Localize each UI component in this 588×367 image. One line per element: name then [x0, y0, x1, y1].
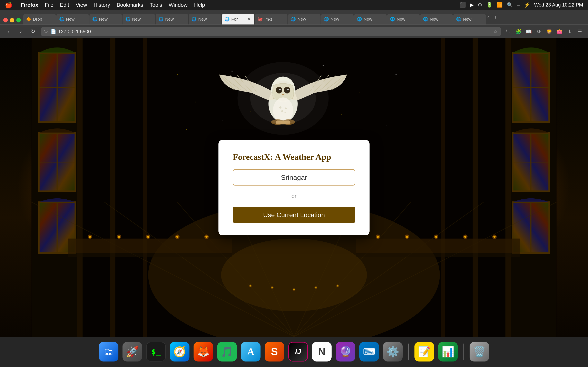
- tab-label: New: [99, 17, 119, 22]
- tab-favicon: 🌐: [291, 17, 296, 22]
- dock-separator: [408, 343, 409, 360]
- sublime-icon: S: [271, 346, 278, 358]
- dock-stickies[interactable]: 📝: [415, 342, 434, 361]
- tab-favicon: 🐙: [258, 17, 263, 22]
- tab-close-btn[interactable]: ✕: [247, 17, 251, 22]
- address-bar-input[interactable]: 🛡 📄 127.0.0.1:5500 ☆: [41, 27, 501, 36]
- menu-bookmarks[interactable]: Bookmarks: [117, 2, 143, 8]
- sync-icon[interactable]: ⟳: [535, 27, 543, 36]
- tab-new-1[interactable]: 🌐 New: [56, 14, 89, 25]
- app-name[interactable]: Firefox: [21, 2, 38, 8]
- reader-icon[interactable]: 📖: [525, 27, 533, 36]
- tab-favicon: 🌐: [92, 17, 97, 22]
- tab-favicon: 🌐: [423, 17, 428, 22]
- menubar: 🍎 Firefox File Edit View History Bookmar…: [0, 0, 588, 10]
- download-icon[interactable]: ⬇: [566, 27, 574, 36]
- stickies-icon: 📝: [418, 346, 431, 358]
- bookmark-icon[interactable]: ☆: [493, 29, 498, 34]
- brave-icon[interactable]: 🦁: [545, 27, 553, 36]
- close-window-btn[interactable]: [3, 18, 8, 22]
- reload-button[interactable]: ↻: [29, 27, 38, 36]
- menu-button[interactable]: ☰: [576, 27, 584, 36]
- dock-safari[interactable]: 🧭: [170, 342, 190, 361]
- address-text: 127.0.0.1:5500: [58, 29, 491, 34]
- privacy-icon[interactable]: 🛡: [504, 27, 512, 36]
- dock-numbers[interactable]: 📊: [438, 342, 458, 361]
- tab-new-3[interactable]: 🌐 New: [122, 14, 155, 25]
- app-title: ForecastX: A Weather App: [233, 152, 355, 162]
- minimize-window-btn[interactable]: [10, 18, 14, 22]
- menu-edit[interactable]: Edit: [60, 2, 69, 8]
- search-menu-icon[interactable]: 🔍: [507, 2, 513, 8]
- tab-label: Drop: [33, 17, 53, 22]
- background: ForecastX: A Weather App or Use Current …: [0, 38, 588, 337]
- tab-new-5[interactable]: 🌐 New: [189, 14, 221, 25]
- tab-label: For: [231, 17, 245, 22]
- tab-favicon: 🌐: [191, 17, 197, 22]
- syspref-icon: ⚙️: [387, 346, 399, 358]
- menu-tools[interactable]: Tools: [150, 2, 162, 8]
- tab-new-10[interactable]: 🌐 New: [420, 14, 453, 25]
- dock-sublime[interactable]: S: [265, 342, 284, 361]
- dock-finder[interactable]: 🗂: [99, 342, 118, 361]
- tab-forecastx[interactable]: 🌐 For ✕: [222, 14, 254, 25]
- use-location-button[interactable]: Use Current Location: [233, 207, 355, 223]
- tab-label: New: [165, 17, 185, 22]
- dock-spotify[interactable]: 🎵: [217, 342, 237, 361]
- page-content: ForecastX: A Weather App or Use Current …: [0, 38, 588, 337]
- dock-trash[interactable]: 🗑️: [470, 342, 489, 361]
- menu-help[interactable]: Help: [194, 2, 205, 8]
- tab-new-6[interactable]: 🌐 New: [288, 14, 320, 25]
- tab-label: New: [364, 17, 384, 22]
- dock-vscode[interactable]: ⌨: [359, 342, 379, 361]
- tab-drop[interactable]: 🔶 Drop: [23, 14, 56, 25]
- new-tab-button[interactable]: +: [491, 13, 500, 22]
- siri-icon[interactable]: ≡: [517, 2, 520, 8]
- divider-line-right: [301, 196, 355, 196]
- dock-firefox[interactable]: 🦊: [194, 342, 213, 361]
- dock-crystalball[interactable]: 🔮: [336, 342, 355, 361]
- finder-icon: 🗂: [104, 346, 114, 358]
- wallet-icon[interactable]: 👛: [555, 27, 563, 36]
- appstore-icon: A: [247, 346, 254, 358]
- dock-intellij[interactable]: IJ: [288, 342, 308, 361]
- dock-launchpad[interactable]: 🚀: [122, 342, 142, 361]
- tab-label: New: [198, 17, 218, 22]
- menu-window[interactable]: Window: [169, 2, 187, 8]
- tab-label: im-z: [264, 17, 285, 22]
- apple-menu[interactable]: 🍎: [5, 1, 12, 8]
- dock-appstore[interactable]: A: [241, 342, 260, 361]
- tab-new-4[interactable]: 🌐 New: [156, 14, 188, 25]
- tab-favicon: 🌐: [158, 17, 164, 22]
- forward-button[interactable]: ›: [16, 27, 25, 36]
- back-button[interactable]: ‹: [4, 27, 13, 36]
- menu-view[interactable]: View: [76, 2, 87, 8]
- tab-label: New: [430, 17, 450, 22]
- tab-new-9[interactable]: 🌐 New: [387, 14, 420, 25]
- tab-github[interactable]: 🐙 im-z: [255, 14, 287, 25]
- tab-list-button[interactable]: ≡: [501, 13, 509, 22]
- screen-icon: ⬛: [460, 2, 466, 8]
- page-icon: 📄: [51, 29, 56, 34]
- menu-history[interactable]: History: [94, 2, 110, 8]
- menu-file[interactable]: File: [45, 2, 53, 8]
- notification-icon[interactable]: ⚡: [524, 2, 530, 8]
- divider-line-left: [233, 196, 287, 196]
- dock-terminal[interactable]: $_: [146, 342, 166, 361]
- launchpad-icon: 🚀: [126, 346, 139, 358]
- tab-favicon: 🌐: [125, 17, 130, 22]
- tab-favicon: 🌐: [225, 17, 230, 22]
- tab-new-8[interactable]: 🌐 New: [354, 14, 387, 25]
- tab-new-11[interactable]: 🌐 New: [453, 14, 486, 25]
- wifi-icon: 📶: [497, 2, 503, 8]
- battery-icon: 🔋: [486, 2, 493, 8]
- fullscreen-window-btn[interactable]: [16, 18, 21, 22]
- city-search-input[interactable]: [233, 169, 355, 185]
- dock-notion[interactable]: N: [312, 342, 332, 361]
- music-icon: ▶: [470, 2, 474, 8]
- tab-new-2[interactable]: 🌐 New: [89, 14, 122, 25]
- tab-new-7[interactable]: 🌐 New: [321, 14, 354, 25]
- dock-syspref[interactable]: ⚙️: [383, 342, 403, 361]
- vscode-icon: ⌨: [363, 347, 375, 357]
- extensions-icon[interactable]: 🧩: [515, 27, 523, 36]
